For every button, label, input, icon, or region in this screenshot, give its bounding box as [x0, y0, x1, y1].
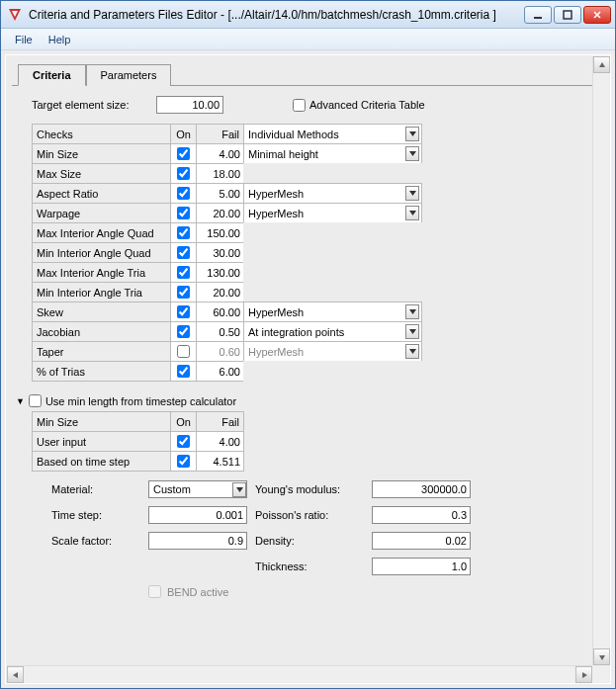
- use-min-length-checkbox[interactable]: [29, 394, 42, 407]
- criteria-on-cell[interactable]: [170, 321, 197, 342]
- scroll-down-icon[interactable]: [593, 648, 610, 665]
- criteria-on-checkbox[interactable]: [177, 305, 190, 318]
- criteria-method-cell[interactable]: HyperMesh: [243, 301, 422, 322]
- criteria-on-checkbox[interactable]: [177, 286, 190, 299]
- criteria-on-checkbox[interactable]: [177, 167, 190, 180]
- advanced-criteria-label: Advanced Criteria Table: [309, 99, 425, 111]
- vertical-scrollbar[interactable]: [592, 56, 609, 665]
- criteria-on-checkbox[interactable]: [177, 207, 190, 219]
- timestep-on-cell[interactable]: [170, 451, 197, 472]
- criteria-on-checkbox[interactable]: [177, 147, 190, 160]
- criteria-on-cell[interactable]: [170, 143, 197, 164]
- chevron-down-icon[interactable]: [405, 324, 419, 339]
- criteria-on-cell[interactable]: [170, 282, 197, 302]
- chevron-down-icon[interactable]: [405, 304, 419, 319]
- criteria-method-cell: [243, 222, 422, 243]
- criteria-fail-cell[interactable]: 5.00: [196, 183, 244, 204]
- chevron-down-icon[interactable]: [405, 146, 419, 161]
- scroll-right-icon[interactable]: [575, 666, 592, 683]
- criteria-on-cell[interactable]: [170, 203, 197, 223]
- criteria-name: Min Size: [32, 143, 171, 164]
- criteria-table: Checks On Fail Individual Methods Min Si…: [32, 124, 594, 381]
- criteria-name: Max Size: [32, 163, 171, 184]
- criteria-fail-cell[interactable]: 20.00: [196, 282, 244, 302]
- criteria-fail-cell[interactable]: 18.00: [196, 163, 244, 184]
- chevron-down-icon[interactable]: [405, 344, 419, 359]
- criteria-name: Taper: [32, 341, 171, 362]
- timestep-fail-cell[interactable]: 4.511: [196, 451, 244, 472]
- criteria-fail-cell[interactable]: 150.00: [196, 222, 244, 243]
- criteria-method-cell: [243, 282, 422, 302]
- criteria-fail-cell[interactable]: 20.00: [196, 203, 244, 223]
- col-methods[interactable]: Individual Methods: [243, 124, 422, 144]
- criteria-fail-cell[interactable]: 0.50: [196, 321, 244, 342]
- criteria-method-cell[interactable]: At integration points: [243, 321, 422, 342]
- timestep-table: Min Size On Fail User input4.00Based on …: [32, 411, 594, 471]
- scale-input[interactable]: [148, 532, 247, 550]
- tab-body: Target element size: Advanced Criteria T…: [12, 85, 604, 604]
- timestep-input[interactable]: [148, 506, 247, 524]
- criteria-method-cell[interactable]: HyperMesh: [243, 341, 422, 362]
- close-button[interactable]: [583, 6, 611, 24]
- criteria-fail-cell[interactable]: 60.00: [196, 301, 244, 322]
- criteria-on-checkbox[interactable]: [177, 345, 190, 358]
- app-icon: [7, 7, 23, 23]
- criteria-on-checkbox[interactable]: [177, 365, 190, 378]
- collapse-icon[interactable]: ▼: [16, 396, 25, 406]
- tab-parameters[interactable]: Parameters: [86, 64, 172, 86]
- criteria-on-checkbox[interactable]: [177, 325, 190, 338]
- maximize-button[interactable]: [554, 6, 581, 24]
- menu-file[interactable]: File: [7, 32, 41, 47]
- timestep-on-cell[interactable]: [170, 431, 197, 452]
- criteria-fail-cell[interactable]: 4.00: [196, 143, 244, 164]
- criteria-on-cell[interactable]: [170, 341, 197, 362]
- scroll-up-icon[interactable]: [593, 56, 610, 73]
- criteria-on-cell[interactable]: [170, 163, 197, 184]
- criteria-on-cell[interactable]: [170, 183, 197, 204]
- criteria-on-checkbox[interactable]: [177, 187, 190, 200]
- timestep-fail-cell[interactable]: 4.00: [196, 431, 244, 452]
- criteria-method-cell[interactable]: Minimal height: [243, 143, 422, 164]
- timestep-row-name: User input: [32, 431, 171, 452]
- client-area: Criteria Parameters Target element size:…: [1, 50, 615, 688]
- criteria-on-cell[interactable]: [170, 222, 197, 243]
- criteria-method-cell: [243, 163, 422, 184]
- criteria-on-cell[interactable]: [170, 361, 197, 382]
- criteria-on-checkbox[interactable]: [177, 246, 190, 259]
- criteria-fail-cell[interactable]: 6.00: [196, 361, 244, 382]
- chevron-down-icon[interactable]: [405, 186, 419, 201]
- scroll-corner: [592, 665, 609, 682]
- poisson-input[interactable]: [372, 506, 471, 524]
- criteria-fail-cell[interactable]: 130.00: [196, 262, 244, 283]
- chevron-down-icon[interactable]: [405, 206, 419, 220]
- criteria-on-checkbox[interactable]: [177, 226, 190, 239]
- criteria-on-checkbox[interactable]: [177, 266, 190, 279]
- col2-fail: Fail: [196, 411, 244, 432]
- criteria-fail-cell[interactable]: 30.00: [196, 242, 244, 263]
- criteria-fail-cell[interactable]: 0.60: [196, 341, 244, 362]
- timestep-on-checkbox[interactable]: [177, 455, 190, 468]
- timestep-on-checkbox[interactable]: [177, 435, 190, 448]
- minimize-button[interactable]: [524, 6, 552, 24]
- young-input[interactable]: [372, 480, 471, 498]
- menu-help[interactable]: Help: [41, 32, 79, 47]
- criteria-method-cell[interactable]: HyperMesh: [243, 203, 422, 223]
- bend-active-label: BEND active: [167, 586, 228, 598]
- criteria-on-cell[interactable]: [170, 301, 197, 322]
- chevron-down-icon[interactable]: [405, 127, 419, 141]
- criteria-name: Aspect Ratio: [32, 183, 171, 204]
- thickness-input[interactable]: [372, 558, 471, 575]
- criteria-on-cell[interactable]: [170, 262, 197, 283]
- advanced-criteria-checkbox[interactable]: [293, 99, 306, 112]
- material-select[interactable]: Custom: [148, 480, 247, 498]
- criteria-method-cell[interactable]: HyperMesh: [243, 183, 422, 204]
- tab-criteria[interactable]: Criteria: [18, 64, 86, 86]
- titlebar[interactable]: Criteria and Parameters Files Editor - […: [1, 1, 615, 29]
- criteria-name: Min Interior Angle Quad: [32, 242, 171, 263]
- scroll-left-icon[interactable]: [7, 666, 24, 683]
- criteria-on-cell[interactable]: [170, 242, 197, 263]
- target-size-input[interactable]: [156, 96, 223, 114]
- chevron-down-icon[interactable]: [232, 482, 246, 497]
- horizontal-scrollbar[interactable]: [7, 665, 592, 682]
- density-input[interactable]: [372, 532, 471, 550]
